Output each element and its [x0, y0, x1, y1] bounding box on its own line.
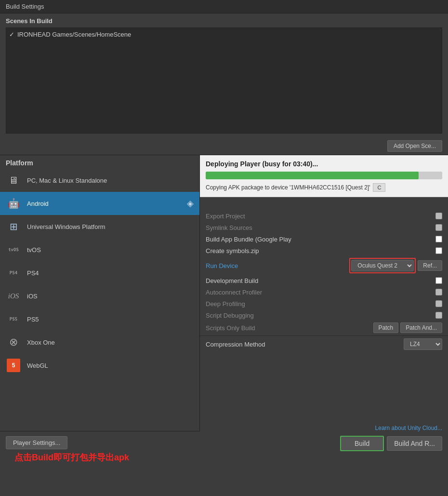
main-area: Platform 🖥 PC, Mac & Linux Standalone 🤖 … — [0, 155, 448, 454]
run-device-dropdown-box: Oculus Quest 2 — [349, 258, 416, 273]
scripts-only-label: Scripts Only Build — [206, 324, 373, 332]
platform-item-xbox[interactable]: ⊗ Xbox One — [0, 331, 199, 354]
script-debugging-checkbox[interactable] — [435, 312, 442, 319]
monitor-icon: 🖥 — [6, 173, 21, 188]
export-project-row: Export Project — [200, 210, 448, 222]
platform-item-pc[interactable]: 🖥 PC, Mac & Linux Standalone — [0, 169, 199, 192]
platform-label-android: Android — [27, 200, 49, 207]
scenes-heading: Scenes In Build — [6, 17, 442, 25]
bottom-area: Learn about Unity Cloud... Build Build A… — [200, 423, 448, 454]
build-buttons-row: Build Build And R... — [200, 433, 448, 454]
scene-path: IRONHEAD Games/Scenes/HomeScene — [17, 31, 131, 38]
build-app-bundle-row: Build App Bundle (Google Play — [200, 233, 448, 245]
settings-separator — [200, 335, 448, 336]
platform-label-ps4: PS4 — [27, 269, 39, 277]
scenes-section: Scenes In Build ✓ IRONHEAD Games/Scenes/… — [0, 13, 448, 137]
compression-label: Compression Method — [206, 341, 404, 348]
unity-mark-icon: ◈ — [187, 198, 194, 209]
deploying-overlay: Deploying Player (busy for 03:40)... Cop… — [200, 155, 448, 197]
autoconnect-checkbox[interactable] — [435, 289, 442, 295]
dev-build-checkbox[interactable] — [435, 277, 442, 284]
symlink-sources-label: Symlink Sources — [206, 224, 435, 231]
platform-label-ps5: PS5 — [27, 316, 39, 323]
platform-label-pc: PC, Mac & Linux Standalone — [27, 177, 107, 184]
progress-bar-bg — [206, 172, 442, 179]
build-app-bundle-label: Build App Bundle (Google Play — [206, 236, 435, 243]
add-scene-bar: Add Open Sce... — [0, 137, 448, 155]
platform-item-ps5[interactable]: PS5 PS5 — [0, 308, 199, 331]
ps5-icon: PS5 — [6, 311, 21, 327]
patch-and-button[interactable]: Patch And... — [400, 322, 442, 333]
compression-row: Compression Method LZ4 — [200, 337, 448, 351]
scene-item: ✓ IRONHEAD Games/Scenes/HomeScene — [9, 31, 439, 38]
script-debugging-label: Script Debugging — [206, 312, 435, 319]
script-debugging-row: Script Debugging — [200, 309, 448, 321]
deep-profiling-checkbox[interactable] — [435, 300, 442, 307]
run-device-dropdown[interactable]: Oculus Quest 2 — [351, 260, 414, 271]
dev-build-row: Development Build — [200, 275, 448, 286]
unity-cloud-link[interactable]: Learn about Unity Cloud... — [375, 425, 442, 431]
create-symbols-label: Create symbols.zip — [206, 247, 435, 255]
platform-label-uwp: Universal Windows Platform — [27, 223, 105, 230]
xbox-icon: ⊗ — [6, 335, 21, 350]
player-settings-area: Player Settings... — [0, 431, 200, 454]
scene-checkmark: ✓ — [9, 31, 14, 38]
deploying-message: Copying APK package to device '1WMHHA62C… — [206, 183, 442, 192]
webgl-icon: 5 — [6, 358, 21, 373]
add-open-scene-button[interactable]: Add Open Sce... — [387, 140, 442, 152]
title-bar: Build Settings — [0, 0, 448, 13]
deep-profiling-row: Deep Profiling — [200, 298, 448, 309]
ps4-icon: PS4 — [6, 265, 21, 281]
title-text: Build Settings — [6, 3, 44, 10]
platform-list: 🖥 PC, Mac & Linux Standalone 🤖 Android ◈… — [0, 169, 199, 377]
autoconnect-label: Autoconnect Profiler — [206, 289, 435, 296]
dev-build-label: Development Build — [206, 277, 435, 284]
scenes-list: ✓ IRONHEAD Games/Scenes/HomeScene — [6, 27, 442, 134]
windows-icon: ⊞ — [6, 219, 21, 234]
build-app-bundle-checkbox[interactable] — [435, 236, 442, 242]
platform-item-uwp[interactable]: ⊞ Universal Windows Platform — [0, 215, 199, 238]
run-device-label: Run Device — [206, 262, 349, 269]
autoconnect-row: Autoconnect Profiler — [200, 286, 448, 298]
platform-item-tvos[interactable]: tvOS tvOS — [0, 238, 199, 261]
platform-label-xbox: Xbox One — [27, 339, 55, 346]
create-symbols-checkbox[interactable] — [435, 247, 442, 254]
platform-item-ps4[interactable]: PS4 PS4 — [0, 261, 199, 284]
run-device-row: Run Device Oculus Quest 2 Ref... — [200, 256, 448, 275]
create-symbols-row: Create symbols.zip — [200, 245, 448, 256]
settings-rows: Export Project Symlink Sources Build App… — [200, 208, 448, 353]
patch-button[interactable]: Patch — [373, 322, 399, 333]
platform-label-ios: iOS — [27, 293, 38, 300]
symlink-sources-row: Symlink Sources — [200, 222, 448, 233]
tvos-icon: tvOS — [6, 242, 21, 257]
deploying-title: Deploying Player (busy for 03:40)... — [206, 160, 442, 168]
chinese-annotation: 点击Build即可打包并导出apk — [14, 452, 129, 463]
build-and-run-button[interactable]: Build And R... — [387, 436, 442, 451]
platform-heading: Platform — [0, 155, 199, 169]
deep-profiling-label: Deep Profiling — [206, 300, 435, 308]
compression-dropdown[interactable]: LZ4 — [404, 338, 442, 350]
build-button[interactable]: Build — [340, 436, 384, 451]
ios-icon: iOS — [6, 288, 21, 304]
android-icon: 🤖 — [6, 196, 21, 211]
platform-section: Platform 🖥 PC, Mac & Linux Standalone 🤖 … — [0, 155, 200, 454]
export-project-label: Export Project — [206, 213, 435, 220]
symlink-sources-checkbox[interactable] — [435, 224, 442, 231]
export-project-checkbox[interactable] — [435, 213, 442, 219]
player-settings-button[interactable]: Player Settings... — [6, 436, 67, 449]
progress-bar-fill — [206, 172, 419, 179]
deploying-cancel-button[interactable]: C — [373, 183, 385, 192]
scripts-only-row: Scripts Only Build Patch Patch And... — [200, 321, 448, 335]
deploying-msg-text: Copying APK package to device '1WMHHA62C… — [206, 184, 370, 191]
unity-cloud-row: Learn about Unity Cloud... — [200, 423, 448, 433]
refresh-button[interactable]: Ref... — [418, 260, 442, 271]
platform-item-ios[interactable]: iOS iOS — [0, 284, 199, 308]
platform-label-tvos: tvOS — [27, 246, 41, 254]
platform-item-android[interactable]: 🤖 Android ◈ — [0, 192, 199, 215]
platform-item-webgl[interactable]: 5 WebGL — [0, 354, 199, 377]
settings-panel: Deploying Player (busy for 03:40)... Cop… — [200, 155, 448, 454]
platform-label-webgl: WebGL — [27, 362, 48, 369]
